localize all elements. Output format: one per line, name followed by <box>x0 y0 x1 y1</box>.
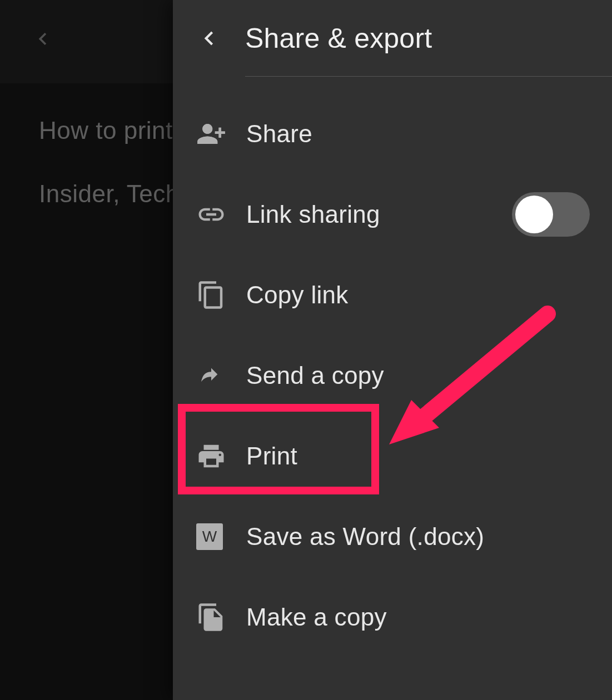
arrow-redo-icon <box>196 361 246 391</box>
menu-item-print[interactable]: Print <box>173 416 612 496</box>
file-copy-icon <box>196 602 246 632</box>
menu-item-share[interactable]: Share <box>173 93 612 174</box>
drawer-back-button[interactable] <box>173 0 245 77</box>
menu-label: Send a copy <box>246 362 590 389</box>
share-export-drawer: Share & export Share Link sharing Copy l… <box>173 0 612 700</box>
printer-icon <box>196 441 246 471</box>
menu-label: Share <box>246 120 590 148</box>
menu-label: Make a copy <box>246 603 590 631</box>
drawer-header: Share & export <box>173 0 612 77</box>
toggle-thumb <box>515 196 553 233</box>
menu-item-send-copy[interactable]: Send a copy <box>173 335 612 416</box>
menu-item-make-copy[interactable]: Make a copy <box>173 577 612 657</box>
menu-label: Link sharing <box>246 201 512 228</box>
menu-item-copy-link[interactable]: Copy link <box>173 254 612 335</box>
drawer-title: Share & export <box>245 22 432 54</box>
link-sharing-toggle[interactable] <box>512 192 590 237</box>
menu-label: Copy link <box>246 281 590 309</box>
menu-label: Save as Word (.docx) <box>246 523 590 551</box>
person-add-icon <box>196 119 246 149</box>
menu-item-link-sharing[interactable]: Link sharing <box>173 174 612 254</box>
menu-label: Print <box>246 442 590 470</box>
menu-list: Share Link sharing Copy link Send a copy <box>173 77 612 657</box>
copy-icon <box>196 280 246 310</box>
menu-item-save-word[interactable]: W Save as Word (.docx) <box>173 496 612 577</box>
word-icon: W <box>196 523 246 550</box>
link-icon <box>196 199 246 229</box>
